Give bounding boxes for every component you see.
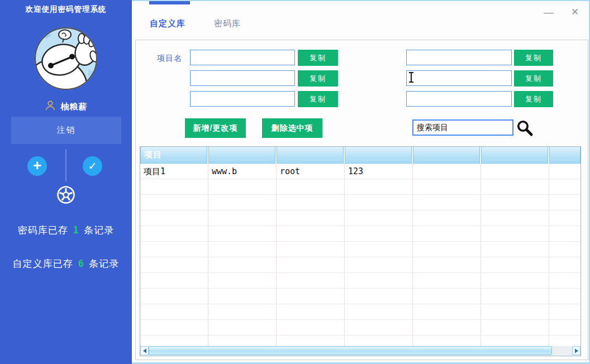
logout-button[interactable]: 注销: [11, 117, 121, 144]
scroll-left-button[interactable]: [140, 346, 149, 355]
custom-lib-count: 自定义库已存 6 条记录: [0, 257, 132, 270]
minimize-icon: —: [544, 7, 554, 18]
close-button[interactable]: ✕: [565, 2, 584, 21]
copy-button[interactable]: 复制: [298, 91, 338, 107]
tab-custom-library[interactable]: 自定义库: [150, 18, 185, 29]
custom-field-3-input[interactable]: [190, 91, 295, 107]
stat-count: 1: [71, 224, 80, 236]
scroll-right-icon: [574, 348, 579, 353]
stat-prefix: 密码库已存: [18, 225, 68, 236]
settings-button[interactable]: [56, 185, 76, 205]
user-row: 柚粮薪: [0, 100, 132, 113]
header-cell[interactable]: [208, 147, 275, 164]
header-cell[interactable]: [549, 147, 581, 164]
copy-button[interactable]: 复制: [514, 70, 553, 87]
copy-button[interactable]: 复制: [298, 50, 338, 66]
active-tab-indicator: [149, 1, 190, 4]
header-cell[interactable]: [345, 147, 412, 164]
stat-prefix: 自定义库已存: [13, 258, 73, 269]
username: 柚粮薪: [61, 102, 88, 112]
sidebar: 欢迎使用密码管理系统: [0, 0, 132, 364]
extra-field-3-input[interactable]: [406, 91, 512, 107]
table-row[interactable]: 项目1 www.b root 123: [140, 164, 581, 179]
copy-button[interactable]: 复制: [298, 70, 338, 87]
table-cell: 123: [345, 164, 413, 179]
window-top-edge: [132, 0, 590, 1]
check-icon: ✓: [88, 160, 97, 173]
table-cell: [481, 164, 549, 179]
scroll-left-icon: [142, 348, 147, 353]
password-lib-count: 密码库已存 1 条记录: [0, 224, 132, 237]
plus-icon: +: [33, 158, 41, 173]
copy-button[interactable]: 复制: [514, 91, 553, 107]
extra-field-2-input[interactable]: [406, 70, 512, 86]
project-name-label: 项目名: [157, 54, 182, 64]
add-or-update-button[interactable]: 新增/更改项: [185, 118, 246, 138]
header-cell[interactable]: [481, 147, 548, 164]
table-cell: [413, 164, 481, 179]
minimize-button[interactable]: —: [540, 3, 558, 21]
search-input[interactable]: [412, 119, 513, 136]
tab-password-library[interactable]: 密码库: [214, 18, 241, 29]
table-cell: root: [277, 164, 345, 179]
settings-wheel-icon: [56, 185, 76, 205]
table-cell: [549, 164, 581, 179]
table-cell: 项目1: [140, 164, 208, 179]
scroll-right-button[interactable]: [572, 346, 581, 355]
app-title: 欢迎使用密码管理系统: [0, 4, 132, 15]
scrollbar-track[interactable]: [552, 346, 572, 355]
stat-suffix: 条记录: [89, 258, 119, 269]
search-icon[interactable]: [516, 119, 534, 137]
button-divider: [65, 149, 66, 181]
scrollbar-thumb[interactable]: [149, 346, 552, 355]
table-cell: www.b: [208, 164, 277, 179]
add-record-button[interactable]: +: [27, 156, 47, 176]
app-window: 欢迎使用密码管理系统: [0, 0, 590, 364]
user-icon: [45, 100, 56, 113]
header-cell[interactable]: 项目: [140, 147, 207, 164]
confirm-button[interactable]: ✓: [83, 156, 102, 176]
text-cursor: [408, 72, 414, 83]
table-body: 项目1 www.b root 123: [140, 164, 581, 346]
close-icon: ✕: [571, 6, 579, 18]
table-header-row: 项目: [140, 147, 581, 164]
header-cell[interactable]: [413, 147, 480, 164]
header-cell[interactable]: [277, 147, 344, 164]
stat-count: 6: [76, 258, 85, 269]
project-name-input[interactable]: [190, 50, 295, 65]
horizontal-scrollbar[interactable]: [140, 346, 581, 355]
delete-selected-button[interactable]: 删除选中项: [262, 118, 322, 138]
extra-field-1-input[interactable]: [406, 50, 512, 65]
avatar[interactable]: [32, 25, 99, 92]
stat-suffix: 条记录: [84, 225, 114, 236]
copy-button[interactable]: 复制: [514, 50, 553, 66]
custom-field-2-input[interactable]: [190, 70, 295, 86]
records-table: 项目 项目1 www.b root 123: [140, 146, 581, 356]
